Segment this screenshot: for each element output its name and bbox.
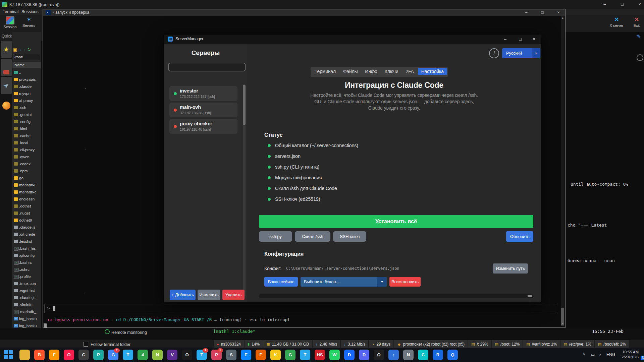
taskbar-icon[interactable]	[19, 350, 30, 360]
taskbar-icon[interactable]: T	[300, 350, 310, 360]
tools-icon[interactable]	[1, 59, 12, 76]
install-sshkey-button[interactable]: SSH-ключ	[333, 231, 366, 242]
file-row[interactable]: .cache	[12, 132, 41, 139]
tab[interactable]: Настройка	[418, 68, 447, 75]
horizontal-scrollbar[interactable]	[259, 294, 533, 298]
pencil-icon[interactable]: ✎	[637, 34, 641, 40]
tab[interactable]: 2FA	[402, 68, 417, 75]
taskbar-icon[interactable]: O	[182, 350, 192, 360]
server-list-scrollbar[interactable]	[243, 84, 246, 297]
refresh-icon[interactable]: ↻	[27, 47, 31, 52]
menu-sessions[interactable]: Sessions	[21, 9, 39, 14]
file-row[interactable]: .kimi	[12, 125, 41, 132]
taskbar-icon[interactable]: D	[359, 350, 369, 360]
taskbar-icon[interactable]: G	[285, 350, 296, 360]
file-row[interactable]: .lesshst	[12, 238, 41, 245]
tab[interactable]: Терминал	[311, 68, 339, 75]
file-row[interactable]: .mariadb_	[12, 308, 41, 315]
taskbar-icon[interactable]: W	[329, 350, 340, 360]
scrollbar-thumb[interactable]	[243, 85, 246, 125]
volume-icon[interactable]: ♪	[599, 352, 601, 357]
language-indicator[interactable]: ENG	[606, 352, 615, 357]
file-row[interactable]: endlessh	[12, 196, 41, 203]
taskbar-icon[interactable]: S	[226, 350, 236, 360]
terminal-input-box[interactable]: >	[44, 304, 558, 313]
file-row[interactable]: .local	[12, 139, 41, 146]
remote-monitoring-toggle[interactable]: Remote monitoring	[105, 329, 147, 335]
globe-icon[interactable]	[1, 97, 12, 114]
install-all-button[interactable]: Установить всё	[259, 215, 533, 228]
exit-button[interactable]: ✕ Exit	[628, 16, 644, 31]
path-input[interactable]: /root/	[13, 54, 40, 60]
file-row[interactable]: .qwen	[12, 154, 41, 161]
taskbar-icon[interactable]: Q	[447, 350, 458, 360]
file-row[interactable]: .claude	[12, 83, 41, 90]
x-server-button[interactable]: ✕ X server	[608, 16, 625, 31]
start-button[interactable]	[4, 350, 13, 359]
server-item-investor[interactable]: investor 173.212.212.157 [ssh]	[169, 86, 237, 101]
servers-button[interactable]: ✶ Servers	[20, 16, 38, 31]
file-row[interactable]: .profile	[12, 273, 41, 280]
taskbar-icon[interactable]: K	[270, 350, 281, 360]
tab[interactable]: Инфо	[362, 68, 380, 75]
notification-count[interactable]: 32	[641, 356, 644, 360]
file-row[interactable]: log_backu	[12, 315, 41, 322]
file-row[interactable]: .gitconfig	[12, 252, 41, 259]
taskbar-icon[interactable]: O	[64, 350, 74, 360]
upload-icon[interactable]: ↑	[23, 47, 25, 52]
file-row[interactable]: .viminfo	[12, 301, 41, 308]
install-sshpy-button[interactable]: ssh.py	[259, 231, 292, 242]
taskbar-icon[interactable]: 4	[138, 350, 148, 360]
file-row[interactable]: .git-crede	[12, 231, 41, 238]
taskbar-icon[interactable]: B	[34, 350, 45, 360]
taskbar-icon[interactable]: R	[433, 350, 443, 360]
taskbar-icon[interactable]: V	[167, 350, 177, 360]
scroll-down-icon[interactable]: ▼	[561, 322, 565, 325]
sm-maximize-button[interactable]: □	[515, 36, 526, 43]
taskbar-icon[interactable]: F	[49, 350, 59, 360]
server-item-proxy-checker[interactable]: proxy-checker 161.97.118.40 [ssh]	[169, 119, 237, 134]
menu-terminal[interactable]: Terminal	[3, 9, 18, 14]
follow-terminal-checkbox[interactable]: Follow terminal folder	[84, 341, 130, 347]
info-button[interactable]: i	[489, 48, 499, 58]
scrollbar-thumb[interactable]	[528, 295, 532, 297]
plane-icon[interactable]: ➤	[1, 77, 12, 94]
backup-now-button[interactable]: Бэкап сейчас	[264, 277, 298, 287]
install-skill-button[interactable]: Скилл /ssh	[295, 231, 330, 242]
file-row[interactable]: dotnet9	[12, 217, 41, 224]
taskbar-icon[interactable]: F	[256, 350, 266, 360]
file-row[interactable]: mariadb-i	[12, 182, 41, 189]
add-server-button[interactable]: + Добавить	[170, 290, 196, 300]
taskbar-icon[interactable]: ↑	[388, 350, 399, 360]
file-row[interactable]: .config	[12, 118, 41, 125]
file-row[interactable]: .bashrc	[12, 259, 41, 266]
taskbar-icon[interactable]: HS	[315, 350, 325, 360]
restore-button[interactable]: Восстановить	[389, 277, 421, 287]
taskbar-icon[interactable]: T	[123, 350, 133, 360]
tray-expand-icon[interactable]: ^	[583, 352, 585, 357]
maximize-button[interactable]: □	[616, 1, 628, 8]
terminal-maximize-button[interactable]: □	[536, 9, 549, 16]
sm-minimize-button[interactable]: –	[499, 36, 511, 43]
file-row[interactable]: .ssh	[12, 104, 41, 111]
file-row[interactable]: .wget-hst	[12, 287, 41, 294]
edit-server-button[interactable]: Изменить	[198, 290, 220, 300]
file-row[interactable]: go	[12, 175, 41, 182]
scroll-up-icon[interactable]: ▲	[561, 16, 565, 19]
file-row[interactable]: myvpn	[12, 90, 41, 97]
tab[interactable]: Файлы	[340, 68, 361, 75]
minimize-button[interactable]: –	[599, 1, 610, 8]
server-item-main-ovh[interactable]: main-ovh 37.187.136.86 [ssh]	[169, 103, 237, 117]
network-icon[interactable]: ▭	[591, 352, 595, 357]
tray-clock[interactable]: 10:55 AM 2/23/2026	[616, 350, 639, 360]
file-row[interactable]: .nuget	[12, 210, 41, 217]
taskbar-icon[interactable]: C	[78, 350, 89, 360]
sm-close-button[interactable]: ×	[528, 36, 540, 43]
taskbar-icon[interactable]: D	[344, 350, 355, 360]
change-path-button[interactable]: Изменить путь	[493, 263, 528, 274]
file-row[interactable]: mariadb-c	[12, 189, 41, 196]
file-row[interactable]: ai-proxy-	[12, 97, 41, 104]
download-icon[interactable]: ↓	[19, 47, 21, 52]
taskbar-icon[interactable]: C	[418, 350, 428, 360]
file-row[interactable]: .zshrc	[12, 266, 41, 273]
